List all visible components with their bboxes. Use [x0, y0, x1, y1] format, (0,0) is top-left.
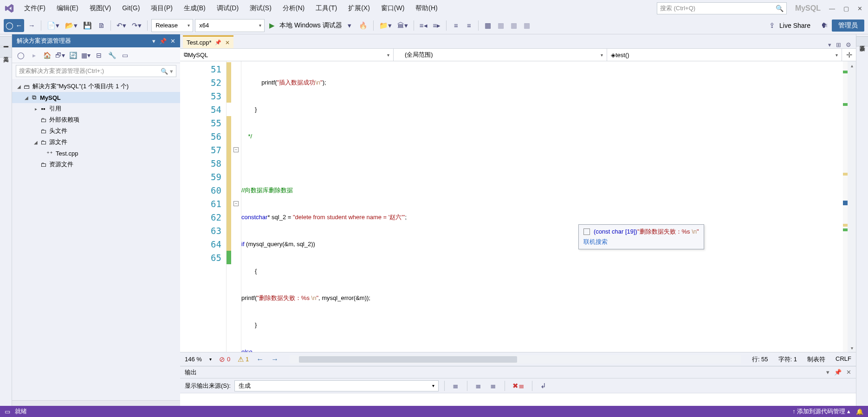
code-content[interactable]: printf("插入数据成功\n"); } */ //向数据库删除数据 cons… [241, 61, 843, 352]
pin-icon[interactable]: 📌 [215, 39, 221, 46]
function-dropdown[interactable]: ◈ test()▾ [607, 49, 842, 61]
maximize-icon[interactable]: ▢ [843, 5, 849, 12]
notifications-icon[interactable]: 🔔 [856, 408, 863, 415]
solution-search-input[interactable]: 搜索解决方案资源管理器(Ctrl+;) 🔍 ▾ [16, 65, 176, 77]
eol-mode[interactable]: CRLF [836, 355, 851, 364]
out-tb-icon[interactable]: ≣ [450, 379, 461, 392]
file-tab-testcpp[interactable]: Test.cpp* 📌 ✕ [183, 35, 233, 48]
scope-dropdown[interactable]: ⧉ MySQL▾ [180, 49, 394, 61]
menu-project[interactable]: 项目(P) [146, 2, 177, 14]
out-tb-icon[interactable]: ≣ [488, 379, 499, 392]
folder-icon[interactable]: 📁▾ [377, 19, 394, 32]
scm-button[interactable]: ↑ 添加到源代码管理 ▴ [792, 407, 850, 416]
tab-settings-icon[interactable]: ⚙ [846, 41, 851, 48]
comment-icon[interactable]: ≡ [450, 19, 461, 32]
out-wrap-icon[interactable]: ↲ [538, 379, 549, 392]
range-dropdown[interactable]: (全局范围)▾ [394, 49, 607, 61]
tree-solution-root[interactable]: ◢🗃解决方案"MySQL"(1 个项目/共 1 个) [12, 81, 180, 92]
tree-file-testcpp[interactable]: ⁺⁺Test.cpp [12, 148, 180, 159]
menu-file[interactable]: 文件(F) [19, 2, 50, 14]
menu-extensions[interactable]: 扩展(X) [343, 2, 375, 14]
back-icon[interactable]: ◯ [16, 50, 26, 60]
fold-gutter[interactable]: − − [231, 61, 241, 352]
tab-overflow-icon[interactable]: ▾ [828, 41, 831, 48]
tab-split-icon[interactable]: ⊞ [836, 41, 841, 48]
platform-dropdown[interactable]: x64 [195, 19, 265, 32]
debug-target[interactable]: 本地 Windows 调试器 [279, 21, 342, 30]
panel-close-icon[interactable]: ✕ [846, 369, 851, 376]
panel-dropdown-icon[interactable]: ▾ [826, 369, 829, 376]
nav-prev-icon[interactable]: ← [256, 355, 264, 364]
out-clear-icon[interactable]: ✖≣ [511, 379, 526, 392]
tb-icon[interactable]: ▦ [521, 19, 532, 32]
panel-pin-icon[interactable]: 📌 [159, 38, 167, 45]
split-editor-button[interactable]: ✛ [842, 49, 856, 61]
menu-window[interactable]: 窗口(W) [376, 2, 409, 14]
error-count[interactable]: ⊘0 [219, 355, 230, 364]
indent-left-icon[interactable]: ≡◂ [418, 19, 429, 32]
panel-dropdown-icon[interactable]: ▾ [152, 38, 155, 45]
redo-button[interactable]: ↷▾ [130, 19, 143, 32]
properties-icon[interactable]: 🔧 [107, 50, 117, 60]
nav-next-icon[interactable]: → [271, 355, 279, 364]
tab-server-explorer[interactable]: 服务器资源管理器 [0, 36, 12, 46]
menu-test[interactable]: 测试(S) [245, 2, 276, 14]
tree-references[interactable]: ▸▪▪引用 [12, 103, 180, 114]
refresh-icon[interactable]: 🗗▾ [55, 50, 65, 60]
tree-external-deps[interactable]: 🗀外部依赖项 [12, 114, 180, 125]
sync-icon[interactable]: 🔄 [68, 50, 78, 60]
tab-toolbox[interactable]: 工具箱 [0, 47, 12, 58]
show-all-icon[interactable]: ▦▾ [81, 50, 91, 60]
save-button[interactable]: 💾 [81, 19, 94, 32]
tb-icon[interactable]: ▦ [495, 19, 506, 32]
search-input[interactable]: 搜索 (Ctrl+Q) 🔍 [657, 2, 787, 14]
solution-tree[interactable]: ◢🗃解决方案"MySQL"(1 个项目/共 1 个) ◢⧉MySQL ▸▪▪引用… [12, 79, 180, 400]
warning-count[interactable]: ⚠1 [238, 355, 249, 364]
menu-debug[interactable]: 调试(D) [212, 2, 243, 14]
nav-fwd-button[interactable]: → [26, 19, 37, 32]
output-source-dropdown[interactable]: 生成▾ [234, 380, 439, 391]
close-tab-icon[interactable]: ✕ [225, 39, 230, 46]
minimize-icon[interactable]: — [829, 5, 835, 12]
menu-tools[interactable]: 工具(T) [311, 2, 342, 14]
menu-help[interactable]: 帮助(H) [411, 2, 442, 14]
debug-dropdown-icon[interactable]: ▾ [344, 19, 355, 32]
liveshare-label[interactable]: Live Share [779, 22, 810, 29]
fwd-icon[interactable]: ▸ [29, 50, 39, 60]
menu-git[interactable]: Git(G) [117, 2, 144, 14]
uncomment-icon[interactable]: ≡ [463, 19, 474, 32]
tb-icon[interactable]: ▦ [508, 19, 519, 32]
new-button[interactable]: 📄▾ [45, 19, 61, 32]
horizontal-scrollbar[interactable] [290, 355, 741, 364]
feedback-icon[interactable]: 🗣 [819, 19, 830, 32]
menu-edit[interactable]: 编辑(E) [52, 2, 83, 14]
tree-sources[interactable]: ◢🗀源文件 [12, 137, 180, 148]
tooltip-search-link[interactable]: 联机搜索 [583, 238, 699, 246]
out-tb-icon[interactable]: ≣ [473, 379, 484, 392]
close-icon[interactable]: ✕ [857, 5, 862, 12]
zoom-dropdown-icon[interactable]: ▾ [209, 357, 212, 362]
tab-diagnostics[interactable]: 诊断工具 [856, 36, 868, 46]
collapse-icon[interactable]: ⊟ [94, 50, 104, 60]
nav-back-button[interactable]: ◯ ← [4, 19, 24, 32]
fire-icon[interactable]: 🔥 [357, 19, 369, 32]
class-view-icon[interactable]: 🏛▾ [395, 19, 410, 32]
open-button[interactable]: 📂▾ [63, 19, 79, 32]
menu-analyze[interactable]: 分析(N) [278, 2, 309, 14]
bookmark-icon[interactable]: ▦ [482, 19, 493, 32]
zoom-level[interactable]: 146 % [185, 356, 202, 363]
indent-right-icon[interactable]: ≡▸ [431, 19, 443, 32]
vertical-scrollbar[interactable]: ▴▾ [848, 61, 856, 352]
preview-icon[interactable]: ▭ [120, 50, 130, 60]
panel-close-icon[interactable]: ✕ [170, 38, 175, 45]
home-icon[interactable]: 🏠 [42, 50, 52, 60]
menu-build[interactable]: 生成(B) [179, 2, 210, 14]
save-all-button[interactable]: 🗎 [96, 19, 107, 32]
tree-resources[interactable]: 🗀资源文件 [12, 159, 180, 170]
undo-button[interactable]: ↶▾ [115, 19, 128, 32]
indent-mode[interactable]: 制表符 [807, 355, 825, 364]
liveshare-icon[interactable]: ⇪ [766, 19, 777, 32]
menu-view[interactable]: 视图(V) [85, 2, 116, 14]
code-editor[interactable]: 5152535455 5657585960 6162636465 − − pri… [180, 61, 856, 352]
overview-ruler[interactable] [843, 61, 848, 352]
